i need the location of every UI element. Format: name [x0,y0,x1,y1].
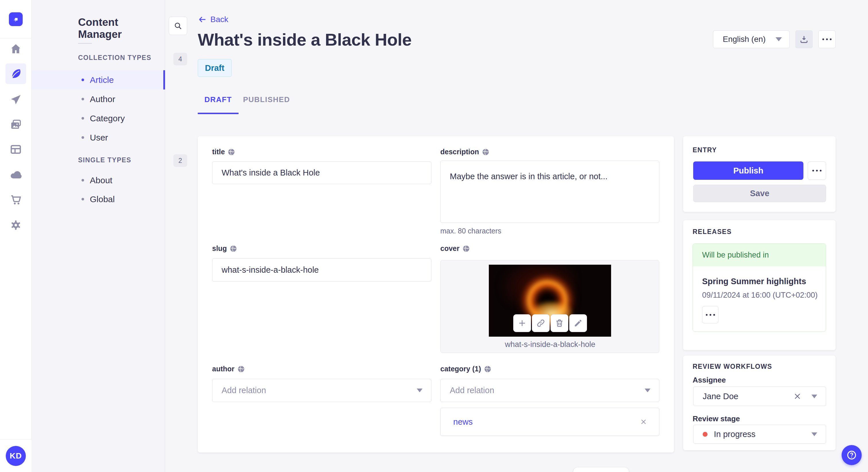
bullet-icon [82,98,84,100]
bullet-icon [82,179,84,181]
ellipsis-icon [706,314,715,316]
section-single-types: SINGLE TYPES [78,156,131,164]
sidebar-item-article[interactable]: Article [32,70,165,90]
globe-icon [228,148,235,156]
sidebar-item-global[interactable]: Global [32,190,165,209]
tab-published[interactable]: PUBLISHED [241,91,291,114]
category-relation-item: news [440,408,659,436]
sidebar-item-home[interactable] [5,38,26,59]
locale-select[interactable]: English (en) [713,30,789,48]
assignee-label: Assignee [693,376,726,384]
sidebar-item-content-manager[interactable] [5,63,26,84]
sidebar-item-content-type-builder[interactable] [5,139,26,160]
add-media-button[interactable] [513,314,531,332]
slug-input[interactable] [212,258,431,281]
pencil-icon [574,318,583,328]
plus-icon [518,318,527,328]
help-icon [846,450,857,461]
status-badge: Draft [198,59,231,77]
delete-media-button[interactable] [551,314,568,332]
cover-media-card: what-s-inside-a-black-hole [440,260,659,353]
save-button[interactable]: Save [693,185,826,202]
bullet-icon [82,136,84,139]
trash-icon [555,318,564,328]
category-field-label: category (1) [440,365,491,373]
assignee-combobox[interactable]: Jane Doe [693,386,826,406]
cover-filename: what-s-inside-a-black-hole [441,340,660,349]
main-nav-rail: KD [0,0,32,472]
bullet-icon [82,117,84,120]
sidebar-item-media-library[interactable] [5,114,26,135]
releases-panel-title: RELEASES [693,228,732,236]
author-relation-combobox[interactable]: Add relation [212,379,431,402]
version-tabs: DRAFT PUBLISHED [198,91,291,114]
cart-icon [10,194,22,206]
release-more-button[interactable] [702,306,718,324]
images-icon [10,119,22,131]
main-content: Back What's inside a Black Hole Draft En… [165,0,868,472]
ellipsis-icon [812,170,822,171]
clear-assignee-icon[interactable] [793,392,802,401]
globe-icon [484,365,491,373]
review-stage-combobox[interactable]: In progress [693,425,826,444]
chevron-down-icon [811,395,817,398]
sidebar-item-about[interactable]: About [32,171,165,190]
subnav-divider [78,43,92,44]
chevron-down-icon [811,432,817,436]
arrow-left-icon [198,15,207,24]
review-workflows-panel: REVIEW WORKFLOWS Assignee Jane Doe Revie… [683,356,836,450]
bullet-icon [82,78,84,81]
globe-icon [462,245,470,252]
header-actions: English (en) [713,30,836,48]
content-manager-subnav: Content Manager COLLECTION TYPES 4 Artic… [32,0,165,472]
ellipsis-icon [823,38,832,40]
edit-form-card: title description Maybe the answer is in… [198,136,674,452]
more-actions-button[interactable] [818,30,836,48]
remove-relation-icon[interactable] [640,418,648,426]
download-icon [799,35,809,44]
description-textarea[interactable]: Maybe the answer is in this article, or … [440,161,659,223]
back-link[interactable]: Back [198,15,228,24]
sidebar-item-marketplace[interactable] [5,189,26,210]
globe-icon [482,148,489,156]
category-relation-combobox[interactable]: Add relation [440,379,659,402]
cover-actions [441,314,660,332]
sidebar-item-user[interactable]: User [32,128,165,147]
sidebar-item-settings[interactable] [5,215,26,235]
cloud-icon [10,169,22,181]
layout-icon [10,143,22,156]
edit-media-button[interactable] [569,314,587,332]
tab-draft[interactable]: DRAFT [198,91,239,114]
publish-button[interactable]: Publish [693,162,803,180]
copy-link-button[interactable] [532,314,550,332]
link-icon [536,318,546,328]
author-field-label: author [212,365,245,373]
release-status: Will be published in [693,244,826,266]
paper-plane-icon [10,94,22,105]
home-icon [10,43,22,55]
chevron-down-icon [645,389,650,392]
import-export-button[interactable] [795,30,813,48]
release-date: 09/11/2024 at 16:00 (UTC+02:00) [702,291,826,300]
review-panel-title: REVIEW WORKFLOWS [693,363,772,370]
help-button[interactable] [842,445,862,465]
sidebar-item-category[interactable]: Category [32,109,165,128]
description-hint: max. 80 characters [440,227,501,235]
sidebar-item-releases[interactable] [5,89,26,110]
release-card: Will be published in Spring Summer highl… [693,243,826,332]
description-field-label: description [440,148,489,156]
globe-icon [237,365,245,373]
release-name: Spring Summer highlights [702,277,826,286]
title-input[interactable] [212,162,431,184]
strapi-logo-icon [11,15,20,24]
cover-field-label: cover [440,244,470,252]
strapi-logo[interactable] [9,12,23,26]
stage-status-dot [703,432,708,437]
sidebar-item-cloud[interactable] [5,165,26,185]
sidebar-item-author[interactable]: Author [32,90,165,109]
relation-news-link[interactable]: news [453,417,473,427]
user-avatar[interactable]: KD [6,446,26,466]
subnav-title: Content Manager [78,16,165,40]
review-stage-label: Review stage [693,414,740,423]
entry-more-button[interactable] [808,162,826,180]
